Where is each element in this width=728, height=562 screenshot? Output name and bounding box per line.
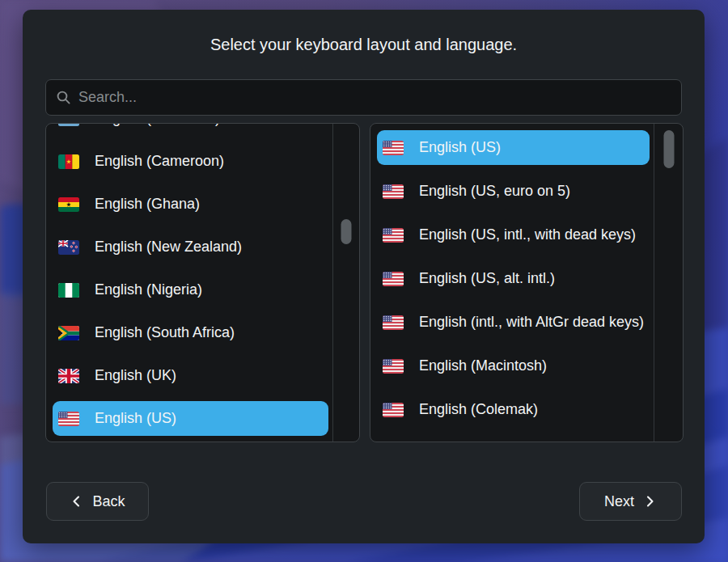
item-label: English (New Zealand): [95, 236, 325, 258]
flag-gb-icon: [58, 369, 79, 383]
item-label: English (Macintosh): [419, 355, 646, 377]
variant-item-english-us-euro-on-5[interactable]: English (US, euro on 5): [377, 174, 650, 209]
variant-list-scrollbar[interactable]: [654, 124, 683, 442]
item-label: English (South Africa): [95, 322, 325, 344]
next-button[interactable]: Next: [579, 482, 682, 521]
layout-item-english-nigeria[interactable]: English (Nigeria): [53, 273, 328, 307]
keyboard-variant-list-content: English (US)English (US, euro on 5)Engli…: [370, 124, 655, 436]
flag-ng-icon: [58, 283, 79, 298]
variant-item-english-intl-with-altgr-dead-keys[interactable]: English (intl., with AltGr dead keys): [377, 305, 650, 340]
back-button-label: Back: [92, 493, 125, 510]
search-input[interactable]: [78, 89, 671, 106]
item-label: English (Nigeria): [95, 279, 325, 301]
layout-list-scrollbar[interactable]: [332, 124, 359, 442]
chevron-right-icon: [642, 494, 657, 509]
item-label: English (US): [419, 137, 646, 158]
layout-item-english-new-zealand[interactable]: English (New Zealand): [53, 230, 328, 264]
layout-item-english-us[interactable]: English (US): [53, 401, 328, 436]
search-box: [45, 79, 682, 116]
installer-window: Select your keyboard layout and language…: [23, 10, 705, 543]
layout-item-english-botswana[interactable]: English (Botswana): [53, 123, 328, 136]
flag-bw-icon: [58, 123, 79, 126]
chevron-left-icon: [70, 494, 84, 509]
layout-item-english-cameroon[interactable]: English (Cameroon): [53, 144, 328, 179]
flag-us-icon: [383, 272, 404, 286]
item-label: English (Botswana): [95, 123, 325, 129]
variant-list-scrollbar-handle[interactable]: [663, 130, 674, 168]
item-label: English (Ghana): [95, 193, 325, 215]
item-label: English (US): [95, 408, 325, 429]
flag-us-icon: [383, 141, 404, 155]
layout-item-english-uk[interactable]: English (UK): [53, 358, 328, 393]
layout-item-english-south-africa[interactable]: English (South Africa): [53, 315, 328, 350]
flag-gh-icon: [58, 197, 79, 212]
variant-item-english-us-intl-with-dead-keys[interactable]: English (US, intl., with dead keys): [377, 218, 650, 252]
page-title: Select your keyboard layout and language…: [23, 34, 705, 55]
item-label: English (Cameroon): [95, 150, 325, 172]
flag-cm-icon: [58, 154, 79, 169]
item-label: English (intl., with AltGr dead keys): [419, 311, 646, 333]
search-icon: [56, 90, 71, 105]
flag-us-icon: [383, 184, 404, 199]
keyboard-layout-list: English (Botswana) English (Cameroon) En…: [45, 123, 360, 442]
layout-item-english-ghana[interactable]: English (Ghana): [53, 187, 328, 222]
next-button-label: Next: [604, 493, 634, 510]
keyboard-layout-list-content: English (Botswana) English (Cameroon) En…: [46, 123, 334, 442]
flag-us-icon: [383, 228, 404, 243]
item-label: English (US, intl., with dead keys): [419, 224, 646, 246]
layout-list-scrollbar-handle[interactable]: [341, 219, 352, 244]
flag-us-icon: [383, 403, 404, 417]
item-label: English (US, euro on 5): [419, 180, 646, 202]
variant-item-english-us[interactable]: English (US): [377, 130, 650, 165]
variant-item-english-colemak[interactable]: English (Colemak): [377, 392, 650, 427]
variant-item-english-us-alt-intl[interactable]: English (US, alt. intl.): [377, 261, 650, 296]
item-label: English (Colemak): [419, 399, 646, 420]
item-label: English (UK): [95, 365, 325, 387]
flag-us-icon: [383, 359, 404, 374]
back-button[interactable]: Back: [46, 482, 149, 521]
keyboard-variant-list: English (US)English (US, euro on 5)Engli…: [370, 123, 684, 442]
item-label: English (US, alt. intl.): [419, 268, 646, 289]
flag-nz-icon: [58, 240, 79, 255]
flag-za-icon: [58, 326, 79, 340]
flag-us-icon: [58, 412, 79, 426]
flag-us-icon: [383, 315, 404, 330]
variant-item-english-macintosh[interactable]: English (Macintosh): [377, 349, 650, 383]
